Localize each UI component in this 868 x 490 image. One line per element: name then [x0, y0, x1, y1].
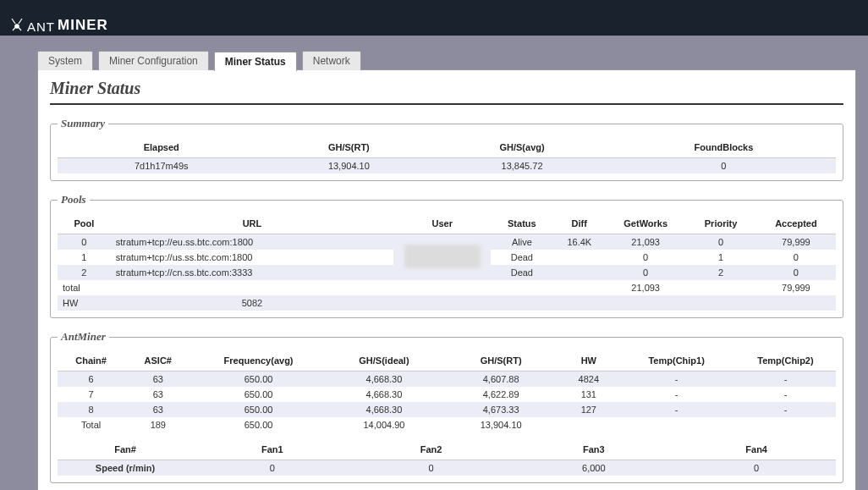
th: Fan1: [193, 439, 352, 460]
pools-section: Pools Pool URL User Status Diff GetWorks…: [50, 193, 843, 318]
summary-legend: Summary: [58, 117, 108, 130]
cell: 4824: [559, 372, 618, 388]
ant-icon: [8, 17, 25, 32]
table-row-total: Total 189 650.00 14,004.90 13,904.10: [58, 417, 836, 432]
cell: [606, 295, 685, 311]
cell: 0: [58, 234, 111, 251]
chains-table: Chain# ASIC# Frequency(avg) GH/S(ideal) …: [58, 350, 836, 432]
cell: -: [618, 372, 735, 388]
svg-line-0: [12, 19, 15, 24]
cell: [685, 280, 756, 295]
cell: [552, 280, 606, 295]
cell: [491, 295, 552, 311]
cell: Speed (r/min): [58, 460, 193, 476]
svg-line-1: [19, 19, 22, 24]
antminer-section: AntMiner Chain# ASIC# Frequency(avg) GH/…: [50, 330, 843, 483]
cell: [552, 250, 606, 265]
cell: 131: [559, 387, 618, 402]
th: Fan2: [352, 439, 511, 460]
brand-text-1: ANT: [27, 19, 55, 34]
cell: stratum+tcp://us.ss.btc.com:1800: [111, 250, 394, 265]
cell: 127: [559, 402, 618, 417]
page-content: Miner Status Summary Elapsed GH/S(RT) GH…: [37, 69, 856, 490]
cell-ghs-avg: 13,845.72: [432, 158, 612, 174]
cell: 4,668.30: [326, 402, 442, 417]
cell: 4,622.89: [442, 387, 559, 402]
cell: 189: [124, 417, 191, 432]
cell: [393, 295, 491, 311]
cell-elapsed: 7d1h17m49s: [58, 158, 265, 174]
cell: Dead: [491, 265, 552, 280]
cell: [491, 280, 552, 295]
th: GH/S(ideal): [326, 350, 442, 372]
table-row: 8 63 650.00 4,668.30 4,673.33 127 - -: [58, 402, 836, 417]
cell: 0: [352, 460, 511, 476]
cell: 0: [756, 265, 836, 280]
cell: HW: [58, 295, 111, 311]
summary-section: Summary Elapsed GH/S(RT) GH/S(avg) Found…: [50, 117, 843, 181]
cell: [552, 265, 606, 280]
cell-ghs-rt: 13,904.10: [265, 158, 432, 174]
cell: -: [735, 372, 836, 388]
th: Fan4: [677, 439, 836, 460]
cell: [756, 295, 836, 311]
table-row-hw: HW 5082: [58, 295, 836, 311]
fans-table: Fan# Fan1 Fan2 Fan3 Fan4 Speed (r/min) 0…: [58, 439, 836, 476]
table-row: 6 63 650.00 4,668.30 4,607.88 4824 - -: [58, 372, 836, 388]
cell: [111, 280, 394, 295]
cell: 650.00: [191, 402, 325, 417]
cell: 650.00: [191, 387, 325, 402]
cell: [735, 417, 836, 432]
cell: 0: [685, 234, 756, 251]
cell: [618, 417, 735, 432]
antminer-legend: AntMiner: [58, 330, 109, 344]
cell: 7: [58, 387, 124, 402]
tab-system[interactable]: System: [37, 51, 93, 70]
cell: 0: [677, 460, 836, 476]
th: Chain#: [58, 350, 124, 372]
th-diff: Diff: [552, 213, 606, 234]
th: Fan3: [510, 439, 677, 460]
cell: [685, 295, 756, 311]
cell: 6: [58, 372, 124, 388]
th-getworks: GetWorks: [606, 213, 685, 234]
svg-line-4: [19, 27, 22, 30]
cell: stratum+tcp://eu.ss.btc.com:1800: [111, 234, 394, 251]
th: ASIC#: [124, 350, 191, 372]
cell: 0: [606, 265, 685, 280]
cell: 21,093: [606, 234, 685, 251]
tab-miner-configuration[interactable]: Miner Configuration: [98, 51, 209, 70]
svg-line-3: [13, 27, 16, 30]
cell: 14,004.90: [326, 417, 442, 432]
th-user: User: [393, 213, 491, 234]
cell: 63: [124, 372, 191, 388]
tab-network[interactable]: Network: [302, 51, 361, 70]
table-row: Speed (r/min) 0 0 6,000 0: [58, 460, 836, 476]
cell: 6,000: [510, 460, 677, 476]
cell: Dead: [491, 250, 552, 265]
cell: 63: [124, 387, 191, 402]
brand-logo: ANTMINER: [8, 17, 108, 34]
pools-legend: Pools: [58, 193, 90, 206]
cell: 1: [58, 250, 111, 265]
cell: 79,999: [756, 234, 836, 251]
cell: 2: [58, 265, 111, 280]
app-header: ANTMINER: [0, 0, 868, 36]
th: HW: [559, 350, 618, 372]
cell: stratum+tcp://cn.ss.btc.com:3333: [111, 265, 394, 280]
cell: 79,999: [756, 280, 836, 295]
cell: [393, 280, 491, 295]
table-row: 7d1h17m49s 13,904.10 13,845.72 0: [58, 158, 836, 174]
cell: [559, 417, 618, 432]
cell: Alive: [491, 234, 552, 251]
pools-table: Pool URL User Status Diff GetWorks Prior…: [58, 213, 836, 311]
cell: -: [735, 387, 836, 402]
cell: 2: [685, 265, 756, 280]
brand-text-2: MINER: [58, 17, 108, 34]
th: Fan#: [58, 439, 193, 460]
th-priority: Priority: [685, 213, 756, 234]
cell: 5082: [111, 295, 394, 311]
tab-miner-status[interactable]: Miner Status: [214, 52, 297, 71]
cell: -: [735, 402, 836, 417]
cell: 0: [756, 250, 836, 265]
